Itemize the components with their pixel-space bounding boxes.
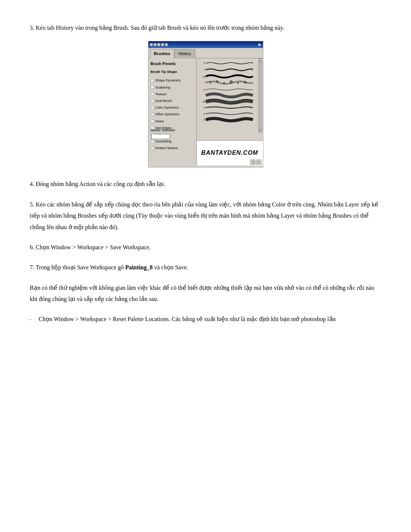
step3-text: 3. Kéo tab History vào trong bảng Brush.… bbox=[30, 22, 381, 33]
option-protect-texture: Protect Texture bbox=[148, 145, 196, 151]
bullet-content: Chọn Window > Workspace > Reset Palette … bbox=[39, 314, 381, 325]
option-texture: Texture bbox=[148, 91, 196, 97]
panel-dot-1 bbox=[150, 43, 153, 46]
panel-btn-2[interactable]: ▷ bbox=[256, 160, 261, 165]
step8-text: Bạn có thể thử nghiệm với không gian làm… bbox=[30, 282, 381, 305]
brush-strokes-svg: 5 7 15 * bbox=[197, 58, 259, 133]
panel-arrow-icon: ▶ bbox=[259, 41, 261, 48]
step7-text2: và chọn Save. bbox=[152, 264, 188, 270]
svg-point-5 bbox=[216, 80, 218, 83]
scrollbar-track bbox=[259, 63, 263, 128]
master-diameter-label: Master Diameter bbox=[151, 128, 176, 132]
option-shape-dynamics: Shape Dynamics bbox=[148, 77, 196, 84]
brush-tip-shape-label: Brush Tip Shape bbox=[148, 68, 196, 76]
svg-text:*: * bbox=[203, 81, 205, 84]
panel-left-column: Brush Presets Brush Tip Shape Shape Dyna… bbox=[148, 58, 197, 166]
master-diameter-input[interactable] bbox=[151, 134, 170, 139]
panel-title-decoration bbox=[150, 43, 168, 46]
svg-point-4 bbox=[209, 82, 211, 84]
svg-text:15: 15 bbox=[203, 76, 206, 78]
watermark-text: BANTAYDEN.COM bbox=[201, 148, 258, 158]
svg-text:4: 4 bbox=[203, 106, 205, 109]
brush-presets-header: Brush Presets bbox=[148, 60, 196, 68]
step4-text: 4. Đóng nhóm bảng Action và các công cụ … bbox=[30, 179, 381, 190]
svg-text:6: 6 bbox=[203, 119, 205, 121]
checkbox-color-dynamics[interactable] bbox=[151, 106, 154, 109]
checkbox-scattering[interactable] bbox=[151, 86, 154, 89]
svg-text:5: 5 bbox=[203, 113, 205, 115]
svg-text:7: 7 bbox=[203, 69, 205, 71]
brush-panel-screenshot: ▶ Brushes History Brush Presets Brush Ti… bbox=[148, 41, 263, 167]
master-diameter-section: Master Diameter bbox=[148, 126, 197, 140]
checkbox-dual-brush[interactable] bbox=[151, 99, 154, 103]
checkbox-shape-dynamics[interactable] bbox=[151, 79, 154, 82]
tab-brushes[interactable]: Brushes bbox=[150, 49, 174, 58]
panel-tabs: Brushes History bbox=[148, 48, 263, 58]
svg-point-8 bbox=[237, 82, 239, 84]
option-noise: Noise bbox=[148, 118, 196, 125]
bullet-item: · Chọn Window > Workspace > Reset Palett… bbox=[30, 314, 381, 326]
svg-text:5: 5 bbox=[203, 62, 205, 64]
panel-btn-1[interactable]: ◁ bbox=[250, 160, 256, 165]
panel-dot-4 bbox=[161, 43, 164, 46]
svg-text:4: 4 bbox=[203, 89, 205, 91]
option-dual-brush: Dual Brush bbox=[148, 97, 196, 104]
checkbox-noise[interactable] bbox=[151, 119, 154, 123]
svg-text:15: 15 bbox=[203, 100, 206, 103]
option-other-dynamics: Other Dynamics bbox=[148, 111, 196, 118]
panel-dot-5 bbox=[165, 43, 168, 46]
svg-point-7 bbox=[229, 80, 232, 84]
svg-point-9 bbox=[243, 81, 246, 84]
panel-bottom-buttons: ◁ ▷ bbox=[250, 160, 261, 165]
step7-paragraph: 7. Trong hộp thoại Save Workspace gõ Pai… bbox=[30, 262, 381, 273]
svg-text:*: * bbox=[203, 94, 205, 97]
panel-dot-3 bbox=[157, 43, 160, 46]
panel-scrollbar[interactable]: ▲ ▼ bbox=[259, 58, 263, 133]
step6-text: 6. Chọn Window > Workspace > Save Worksp… bbox=[30, 242, 381, 253]
panel-titlebar: ▶ bbox=[148, 41, 263, 48]
step7-bold: Painting_8 bbox=[125, 264, 153, 270]
scrollbar-down-btn[interactable]: ▼ bbox=[259, 128, 263, 133]
checkbox-texture[interactable] bbox=[151, 92, 154, 96]
panel-body: Brush Presets Brush Tip Shape Shape Dyna… bbox=[148, 58, 263, 166]
svg-point-6 bbox=[223, 82, 225, 84]
scrollbar-up-btn[interactable]: ▲ bbox=[259, 58, 263, 63]
tab-history[interactable]: History bbox=[174, 49, 195, 58]
step7-text1: 7. Trong hộp thoại Save Workspace gõ bbox=[30, 264, 125, 270]
step5-text: 5. Kéo các nhóm bảng để sắp xếp chúng dọ… bbox=[30, 199, 381, 233]
brush-options-list: Shape Dynamics Scattering Texture D bbox=[148, 76, 196, 152]
checkbox-other-dynamics[interactable] bbox=[151, 113, 154, 116]
checkbox-protect-texture[interactable] bbox=[151, 147, 154, 150]
panel-dot-2 bbox=[154, 43, 157, 46]
panel-right-column: 5 7 15 * bbox=[197, 58, 263, 166]
option-scattering: Scattering bbox=[148, 84, 196, 91]
bullet-symbol: · bbox=[30, 314, 31, 326]
brush-panel-image-container: ▶ Brushes History Brush Presets Brush Ti… bbox=[30, 41, 381, 167]
option-color-dynamics: Color Dynamics bbox=[148, 104, 196, 111]
